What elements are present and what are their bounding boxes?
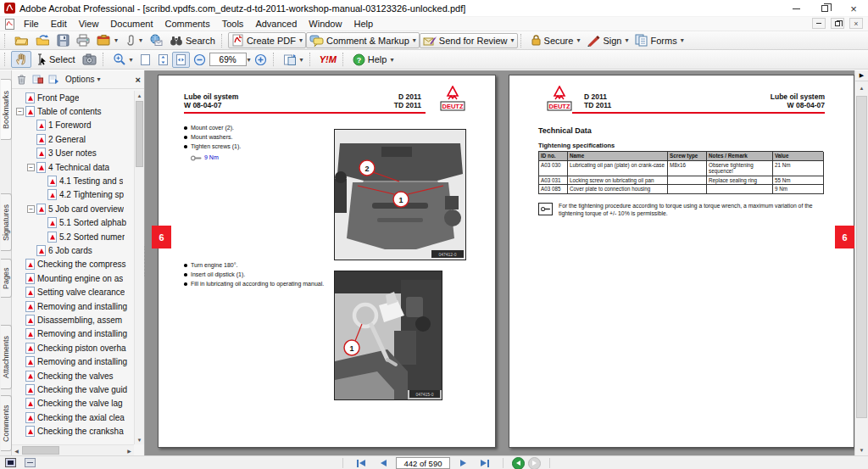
expander-icon[interactable]: − [16, 108, 24, 115]
bookmark-item[interactable]: Mounting engine on as [14, 271, 133, 285]
expander-icon[interactable] [16, 260, 24, 268]
bookmarks-horizontal-scrollbar[interactable]: ◀ ▶ [12, 444, 134, 455]
menu-item[interactable]: File [18, 18, 45, 30]
document-vertical-scrollbar[interactable]: ▶ ▲ ▼ [854, 70, 868, 455]
search-button[interactable]: Search [166, 33, 219, 48]
bookmark-item[interactable]: 1 Foreword [14, 119, 133, 132]
bookmark-item[interactable]: 6 Job cards [14, 243, 133, 257]
expander-icon[interactable]: − [27, 205, 35, 213]
fit-width-button[interactable] [172, 52, 190, 68]
bookmark-item[interactable]: 2 General [14, 132, 133, 146]
expander-icon[interactable] [38, 191, 46, 198]
bookmark-item[interactable]: 5.1 Sorted alphab [14, 216, 133, 230]
expander-icon[interactable] [16, 330, 24, 338]
menu-item[interactable]: Window [303, 18, 348, 30]
expander-icon[interactable] [16, 303, 24, 310]
attach-button[interactable]: ▾ [121, 32, 146, 48]
sign-button[interactable]: Sign▾ [583, 33, 632, 48]
menu-item[interactable]: Comments [159, 18, 216, 30]
expander-icon[interactable] [16, 288, 24, 296]
forms-button[interactable]: Forms▾ [632, 32, 687, 48]
expander-icon[interactable] [38, 233, 46, 241]
zoom-level-input[interactable] [209, 53, 247, 66]
toolbar-grip[interactable] [309, 53, 314, 66]
menu-item[interactable]: Document [104, 18, 159, 30]
bookmark-item[interactable]: − 4 Technical data [14, 160, 133, 174]
zoom-in-button[interactable] [251, 52, 270, 68]
bookmark-item[interactable]: Setting valve clearance [14, 285, 133, 299]
toolbar-grip[interactable] [103, 53, 107, 66]
bookmark-item[interactable]: Checking the cranksha [14, 424, 133, 438]
expander-icon[interactable] [38, 177, 46, 185]
scroll-left-button[interactable]: ◀ [12, 445, 21, 455]
restore-button[interactable] [810, 0, 839, 17]
menu-item[interactable]: Edit [45, 18, 73, 30]
tab-comments[interactable]: Comments [1, 395, 12, 451]
actual-size-button[interactable] [136, 52, 154, 68]
expander-icon[interactable] [16, 358, 24, 366]
bookmark-item[interactable]: 4.1 Testing and s [14, 174, 133, 187]
last-page-button[interactable] [476, 457, 494, 469]
bookmark-item[interactable]: 3 User notes [14, 147, 133, 160]
page-number-input[interactable] [396, 457, 450, 469]
zoom-out-button[interactable] [190, 52, 209, 68]
expander-icon[interactable] [16, 94, 24, 102]
expander-icon[interactable] [27, 121, 35, 129]
fit-page-button[interactable] [154, 52, 172, 68]
expander-icon[interactable] [27, 149, 35, 157]
panel-collapse-button[interactable]: ▶ [855, 70, 868, 81]
snapshot-button[interactable] [79, 52, 100, 67]
screen-mode-icon[interactable] [5, 458, 16, 467]
toolbar-grip[interactable] [4, 34, 8, 47]
bookmark-item[interactable]: Checking the valve guid [14, 382, 133, 396]
print-button[interactable] [73, 32, 93, 48]
send-for-review-button[interactable]: Send for Review▾ [420, 33, 518, 48]
expander-icon[interactable] [27, 247, 35, 254]
tab-pages[interactable]: Pages [1, 259, 12, 298]
toolbar-grip[interactable] [273, 53, 277, 66]
menu-item[interactable]: Advanced [249, 18, 303, 30]
page-display-button[interactable]: ▾ [280, 52, 307, 68]
save-button[interactable] [53, 32, 73, 48]
toolbar-grip[interactable] [4, 53, 8, 66]
toolbar-grip[interactable] [342, 53, 347, 66]
doc-close-button[interactable]: × [849, 18, 863, 29]
previous-page-button[interactable] [374, 457, 392, 469]
secure-button[interactable]: Secure▾ [527, 32, 584, 48]
bookmark-item[interactable]: Front Page [14, 91, 133, 104]
expander-icon[interactable] [16, 344, 24, 352]
close-button[interactable]: × [839, 0, 868, 17]
bookmark-item[interactable]: Removing and installing [14, 299, 133, 313]
expander-icon[interactable] [16, 386, 24, 394]
bookmark-item[interactable]: Disassembling, assem [14, 313, 133, 327]
scroll-down-button[interactable]: ▼ [135, 435, 144, 444]
next-view-button[interactable] [528, 457, 541, 469]
scroll-up-button[interactable]: ▲ [855, 82, 868, 93]
bookmark-item[interactable]: Checking the valves [14, 369, 133, 382]
expander-icon[interactable] [16, 399, 24, 407]
bookmark-item[interactable]: Checking the compress [14, 258, 133, 271]
toolbar-grip[interactable] [221, 34, 225, 47]
expander-icon[interactable] [16, 275, 24, 282]
organizer-button[interactable]: ▾ [93, 32, 121, 48]
create-pdf-button[interactable]: Create PDF▾ [228, 32, 306, 48]
expander-icon[interactable] [16, 427, 24, 435]
next-page-button[interactable] [453, 457, 472, 469]
bookmark-item[interactable]: 4.2 Tightening sp [14, 188, 133, 202]
tab-bookmarks[interactable]: Bookmarks [1, 79, 12, 140]
doc-restore-button[interactable] [831, 18, 844, 29]
comment-markup-button[interactable]: Comment & Markup▾ [306, 32, 420, 48]
bookmark-item[interactable]: − Table of contents [14, 104, 133, 118]
help-button[interactable]: ?Help▾ [349, 52, 398, 68]
bookmarks-vertical-scrollbar[interactable]: ▲ ▼ [134, 91, 144, 444]
expand-current-bookmark-button[interactable] [31, 74, 43, 86]
toolbar-grip[interactable] [520, 34, 525, 47]
bookmark-item[interactable]: Checking the valve lag [14, 397, 133, 410]
tab-signatures[interactable]: Signatures [1, 193, 12, 251]
bookmark-item[interactable]: Removing and installing [14, 355, 133, 368]
expander-icon[interactable] [16, 414, 24, 422]
tab-attachments[interactable]: Attachments [1, 325, 12, 389]
torque-value[interactable]: 9 Nm [204, 154, 219, 160]
minimize-button[interactable] [782, 0, 810, 17]
bookmark-item[interactable]: Removing and installing [14, 327, 133, 341]
